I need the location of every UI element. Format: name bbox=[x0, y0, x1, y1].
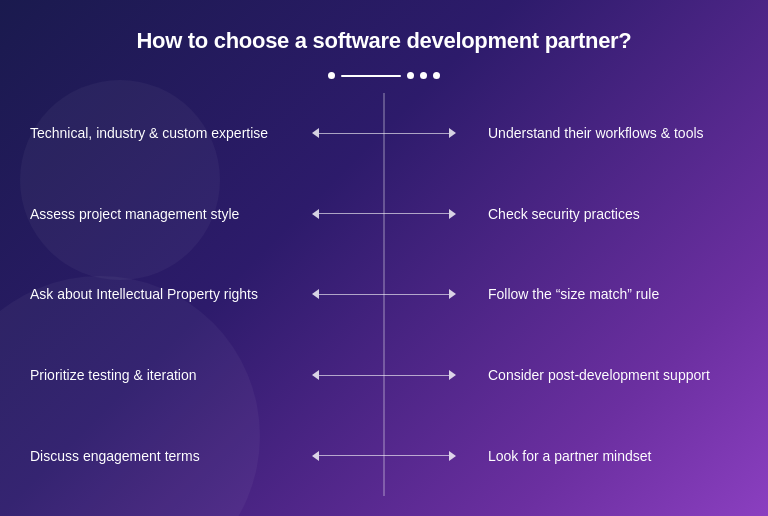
left-item-2: Assess project management style bbox=[30, 204, 280, 224]
dot-4 bbox=[433, 72, 440, 79]
arrows-container bbox=[290, 93, 478, 496]
arrow-row-1 bbox=[290, 133, 478, 134]
right-item-2: Check security practices bbox=[488, 204, 738, 224]
main-content: Technical, industry & custom expertise A… bbox=[30, 93, 738, 496]
left-item-5: Discuss engagement terms bbox=[30, 446, 280, 466]
arrow-2 bbox=[319, 213, 449, 214]
dot-line bbox=[341, 75, 401, 77]
right-item-3: Follow the “size match” rule bbox=[488, 284, 738, 304]
right-item-5: Look for a partner mindset bbox=[488, 446, 738, 466]
left-item-4: Prioritize testing & iteration bbox=[30, 365, 280, 385]
center-column bbox=[290, 93, 478, 496]
arrow-row-3 bbox=[290, 294, 478, 295]
dot-3 bbox=[420, 72, 427, 79]
left-column: Technical, industry & custom expertise A… bbox=[30, 93, 290, 496]
arrow-4 bbox=[319, 375, 449, 376]
dot-2 bbox=[407, 72, 414, 79]
dot-1 bbox=[328, 72, 335, 79]
arrow-1 bbox=[319, 133, 449, 134]
page-container: How to choose a software development par… bbox=[0, 0, 768, 516]
arrow-row-5 bbox=[290, 455, 478, 456]
arrow-3 bbox=[319, 294, 449, 295]
right-item-1: Understand their workflows & tools bbox=[488, 123, 738, 143]
arrow-row-2 bbox=[290, 213, 478, 214]
left-item-1: Technical, industry & custom expertise bbox=[30, 123, 280, 143]
left-item-3: Ask about Intellectual Property rights bbox=[30, 284, 280, 304]
right-column: Understand their workflows & tools Check… bbox=[478, 93, 738, 496]
right-item-4: Consider post-development support bbox=[488, 365, 738, 385]
page-title: How to choose a software development par… bbox=[136, 28, 631, 54]
arrow-5 bbox=[319, 455, 449, 456]
dots-divider bbox=[328, 72, 440, 79]
arrow-row-4 bbox=[290, 375, 478, 376]
